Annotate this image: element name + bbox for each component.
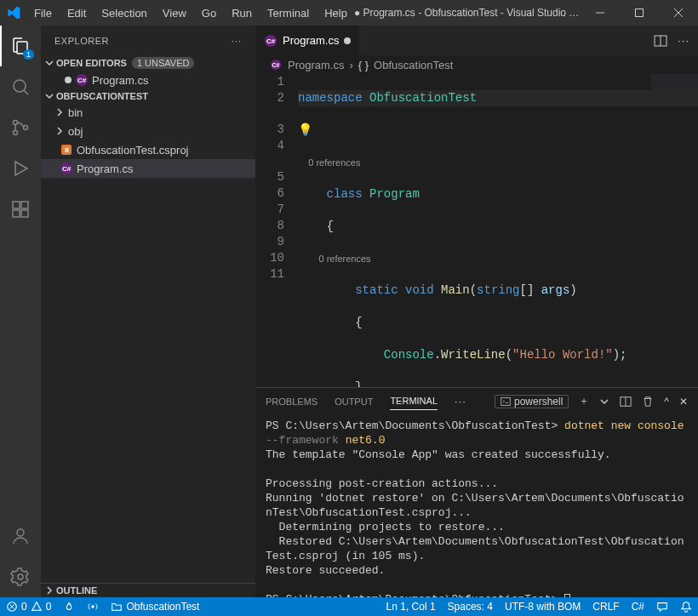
file-label: Program.cs: [77, 163, 133, 175]
flame-icon: [63, 601, 75, 613]
status-bell[interactable]: [674, 601, 698, 613]
minimize-button[interactable]: [581, 0, 620, 26]
tabbar: C# Program.cs ···: [255, 26, 698, 55]
menu-run[interactable]: Run: [225, 3, 259, 23]
menu-view[interactable]: View: [156, 3, 193, 23]
tab-label: Program.cs: [283, 34, 339, 47]
terminal-cursor: [564, 594, 570, 597]
terminal-output[interactable]: PS C:\Users\Artem\Documents\ObfuscationT…: [255, 414, 698, 597]
menu-terminal[interactable]: Terminal: [260, 3, 316, 23]
activity-accounts[interactable]: [0, 516, 41, 556]
svg-point-13: [17, 529, 24, 536]
maximize-button[interactable]: [620, 0, 659, 26]
broadcast-icon: [87, 601, 99, 613]
tab-program[interactable]: C# Program.cs: [255, 26, 360, 55]
svg-point-4: [14, 80, 26, 92]
menu-help[interactable]: Help: [318, 3, 354, 23]
activity-run-debug[interactable]: [0, 148, 41, 189]
svg-rect-10: [13, 210, 20, 217]
svg-text:֎: ֎: [64, 147, 70, 153]
terminal-shell-selector[interactable]: powershell: [495, 395, 569, 408]
close-button[interactable]: [659, 0, 698, 26]
open-editor-item[interactable]: C# Program.cs: [41, 71, 255, 89]
error-icon: [6, 601, 18, 613]
csproj-file-icon: ֎: [60, 143, 73, 157]
chevron-right-icon: ›: [349, 59, 352, 71]
workspace-header[interactable]: OBFUSCATIONTEST: [41, 89, 255, 103]
svg-point-7: [14, 131, 18, 135]
status-feedback[interactable]: [650, 601, 674, 613]
dirty-dot-icon: [344, 37, 351, 44]
breadcrumb-symbol[interactable]: ObfuscationTest: [374, 59, 453, 71]
panel-tabs: PROBLEMS OUTPUT TERMINAL ··· powershell …: [255, 388, 698, 414]
panel-more-icon[interactable]: ···: [455, 395, 466, 408]
editor-more-icon[interactable]: ···: [678, 34, 689, 47]
menu-selection[interactable]: Selection: [94, 3, 153, 23]
svg-text:C#: C#: [272, 62, 280, 68]
menu-file[interactable]: File: [27, 3, 59, 23]
csharp-file-icon: C#: [75, 73, 89, 87]
svg-rect-27: [501, 397, 511, 405]
panel-tab-problems[interactable]: PROBLEMS: [266, 393, 318, 410]
status-encoding[interactable]: UTF-8 with BOM: [499, 601, 586, 613]
file-csproj[interactable]: ֎ ObfuscationTest.csproj: [41, 140, 255, 159]
activity-source-control[interactable]: [0, 107, 41, 148]
file-program[interactable]: C# Program.cs: [41, 159, 255, 178]
window-controls: [581, 0, 698, 26]
new-terminal-button[interactable]: ＋: [579, 394, 589, 408]
status-flame[interactable]: [57, 597, 81, 616]
explorer-badge: 1: [23, 49, 34, 60]
status-errors-warnings[interactable]: 0 0: [0, 597, 57, 616]
outline-header[interactable]: OUTLINE: [41, 583, 255, 597]
close-panel-icon[interactable]: ✕: [679, 396, 688, 408]
maximize-panel-icon[interactable]: ^: [664, 396, 669, 408]
folder-obj[interactable]: obj: [41, 122, 255, 140]
folder-label: obj: [68, 125, 83, 138]
activity-extensions[interactable]: [0, 189, 41, 230]
csharp-file-icon: C#: [269, 58, 283, 71]
status-folder[interactable]: ObfuscationTest: [105, 597, 205, 616]
breadcrumb[interactable]: C# Program.cs › { } ObfuscationTest: [255, 55, 698, 74]
open-editors-header[interactable]: OPEN EDITORS 1 UNSAVED: [41, 55, 255, 71]
trash-icon[interactable]: [642, 396, 654, 408]
svg-rect-9: [13, 202, 20, 208]
chevron-right-icon: [44, 585, 54, 596]
svg-point-33: [92, 605, 95, 608]
sidebar-more-icon[interactable]: ···: [232, 36, 242, 46]
svg-text:C#: C#: [62, 165, 72, 173]
codelens-references[interactable]: 0 references: [308, 157, 360, 168]
codelens-references[interactable]: 0 references: [318, 254, 370, 264]
gutter: 1 2 3 4 5 6 7 8 9 10 11: [255, 74, 298, 387]
breadcrumb-file[interactable]: Program.cs: [288, 59, 344, 71]
code-editor[interactable]: 1 2 3 4 5 6 7 8 9 10 11 namespace Obfusc…: [255, 74, 698, 387]
activity-explorer[interactable]: 1: [0, 26, 41, 66]
lightbulb-icon[interactable]: 💡: [298, 123, 312, 137]
status-spaces[interactable]: Spaces: 4: [442, 601, 499, 613]
folder-icon: [111, 601, 123, 613]
terminal-icon: [501, 396, 511, 407]
activity-search[interactable]: [0, 66, 41, 107]
status-lncol[interactable]: Ln 1, Col 1: [380, 601, 442, 613]
status-broadcast[interactable]: [81, 597, 105, 616]
status-language[interactable]: C#: [626, 601, 650, 613]
menu-edit[interactable]: Edit: [60, 3, 93, 23]
svg-point-6: [14, 121, 18, 125]
split-editor-icon[interactable]: [654, 34, 667, 48]
sidebar-title: EXPLORER: [54, 36, 109, 46]
panel-tab-terminal[interactable]: TERMINAL: [390, 392, 438, 410]
status-eol[interactable]: CRLF: [586, 601, 625, 613]
code-body[interactable]: namespace ObfuscationTest 💡 0 references…: [298, 74, 698, 387]
svg-line-5: [24, 90, 28, 94]
menu-go[interactable]: Go: [195, 3, 223, 23]
chevron-down-icon: [44, 58, 54, 68]
chevron-down-icon: [44, 91, 54, 101]
chevron-down-icon[interactable]: [599, 396, 609, 407]
panel-tab-output[interactable]: OUTPUT: [335, 393, 373, 410]
activity-settings[interactable]: [0, 556, 41, 597]
folder-bin[interactable]: bin: [41, 103, 255, 122]
folder-label: bin: [68, 106, 83, 119]
split-terminal-icon[interactable]: [620, 396, 632, 408]
warning-icon: [31, 601, 43, 613]
svg-text:C#: C#: [77, 77, 87, 84]
chevron-right-icon: [54, 107, 65, 117]
